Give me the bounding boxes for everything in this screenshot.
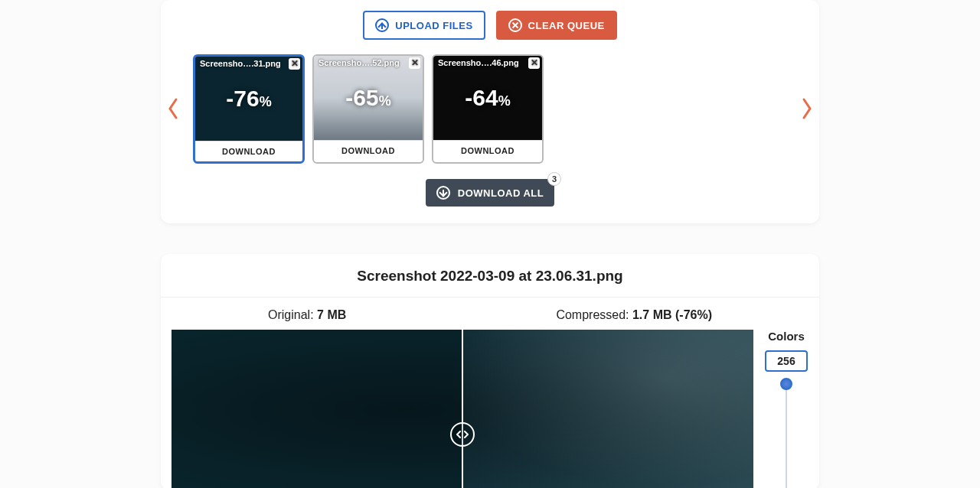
colors-control: Colors 256: [753, 330, 808, 488]
queue-card[interactable]: Screensho….52.png ✕ -65% DOWNLOAD: [312, 54, 424, 164]
compressed-label: Compressed:: [556, 308, 632, 321]
queue-card[interactable]: Screensho….31.png ✕ -76% DOWNLOAD: [193, 54, 305, 164]
queue-card[interactable]: Screensho….46.png ✕ -64% DOWNLOAD: [432, 54, 544, 164]
card-download-button[interactable]: DOWNLOAD: [433, 140, 542, 161]
detail-filename: Screenshot 2022-03-09 at 23.06.31.png: [161, 268, 819, 298]
upload-button-label: UPLOAD FILES: [395, 20, 472, 31]
card-savings: -76%: [226, 86, 271, 112]
card-savings: -65%: [345, 85, 390, 111]
card-download-button[interactable]: DOWNLOAD: [195, 141, 302, 161]
upload-files-button[interactable]: UPLOAD FILES: [363, 11, 485, 40]
original-label: Original:: [268, 308, 317, 321]
card-header: Screensho….46.png ✕: [433, 56, 542, 70]
card-header: Screensho….31.png ✕: [195, 57, 302, 71]
upload-icon: [375, 18, 389, 32]
size-row: Original: 7 MB Compressed: 1.7 MB (-76%): [161, 298, 819, 330]
card-filename: Screensho….31.png: [200, 59, 281, 68]
card-remove-button[interactable]: ✕: [528, 57, 540, 69]
clear-icon: [508, 18, 522, 32]
chevron-right-icon: [800, 97, 814, 120]
card-filename: Screensho….52.png: [318, 58, 400, 67]
queue-carousel: Screensho….31.png ✕ -76% DOWNLOAD Screen…: [161, 52, 819, 165]
original-size: Original: 7 MB: [268, 308, 346, 322]
compare-row: Colors 256: [161, 330, 819, 488]
card-thumbnail: Screensho….52.png ✕ -65%: [314, 56, 423, 140]
compressed-value: 1.7 MB (-76%): [632, 308, 712, 321]
card-remove-button[interactable]: ✕: [409, 57, 420, 69]
card-thumbnail: Screensho….46.png ✕ -64%: [433, 56, 542, 140]
chevron-left-icon: [166, 97, 180, 120]
colors-input[interactable]: 256: [765, 350, 808, 372]
download-all-button[interactable]: DOWNLOAD ALL 3: [426, 179, 554, 207]
colors-label: Colors: [768, 330, 805, 343]
queue-cards: Screensho….31.png ✕ -76% DOWNLOAD Screen…: [193, 54, 544, 164]
clear-button-label: CLEAR QUEUE: [528, 20, 605, 31]
card-savings: -64%: [465, 85, 510, 111]
card-thumbnail: Screensho….31.png ✕ -76%: [195, 57, 302, 141]
original-value: 7 MB: [317, 308, 346, 321]
download-all-row: DOWNLOAD ALL 3: [161, 179, 819, 207]
compare-drag-handle[interactable]: [450, 422, 475, 447]
card-header: Screensho….52.png ✕: [314, 56, 423, 70]
download-icon: [436, 186, 450, 200]
card-download-button[interactable]: DOWNLOAD: [314, 140, 423, 161]
carousel-next-button[interactable]: [798, 52, 816, 165]
image-compare-viewer[interactable]: [172, 330, 753, 488]
carousel-prev-button[interactable]: [164, 52, 182, 165]
upload-panel: UPLOAD FILES CLEAR QUEUE Screensho….31.p…: [161, 0, 819, 223]
colors-slider[interactable]: [786, 384, 787, 488]
card-filename: Screensho….46.png: [438, 58, 519, 67]
download-all-label: DOWNLOAD ALL: [458, 187, 544, 199]
detail-panel: Screenshot 2022-03-09 at 23.06.31.png Or…: [161, 254, 819, 488]
card-remove-button[interactable]: ✕: [289, 58, 300, 70]
compare-divider: [462, 330, 463, 488]
compare-handle-icon: [456, 430, 469, 439]
colors-slider-thumb[interactable]: [780, 378, 792, 390]
download-all-count-badge: 3: [547, 172, 561, 186]
compressed-size: Compressed: 1.7 MB (-76%): [556, 308, 712, 322]
clear-queue-button[interactable]: CLEAR QUEUE: [496, 11, 617, 40]
top-button-row: UPLOAD FILES CLEAR QUEUE: [161, 0, 819, 52]
